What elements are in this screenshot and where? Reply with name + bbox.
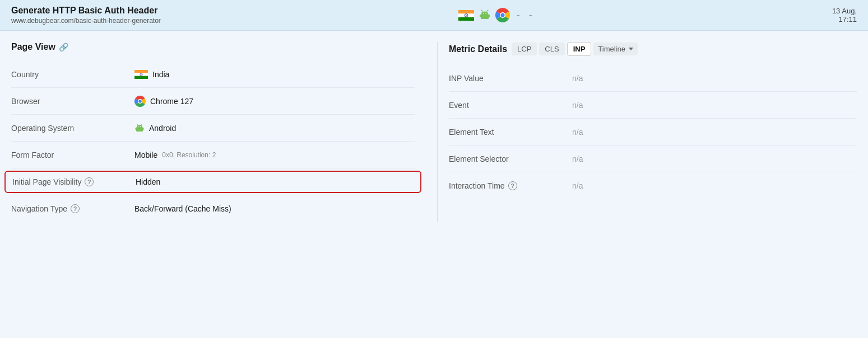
element-selector-row: Element Selector n/a: [449, 145, 857, 172]
inp-value-value: n/a: [572, 74, 857, 83]
navigation-type-help-icon[interactable]: ?: [71, 204, 80, 213]
tab-group: LCP CLS INP Timeline: [512, 42, 638, 56]
page-title: Generate HTTP Basic Auth Header: [11, 6, 161, 16]
browser-value: Chrome 127: [134, 96, 415, 107]
interaction-time-value: n/a: [572, 181, 857, 190]
svg-point-25: [138, 100, 142, 103]
initial-page-visibility-help-icon[interactable]: ?: [85, 177, 94, 186]
country-label: Country: [11, 70, 134, 79]
svg-rect-10: [481, 12, 488, 16]
right-panel: Metric Details LCP CLS INP Timeline INP …: [437, 42, 857, 222]
svg-line-33: [141, 124, 142, 125]
form-factor-row: Form Factor Mobile 0x0, Resolution: 2: [11, 142, 415, 168]
inp-value-label: INP Value: [449, 74, 572, 83]
tab-lcp[interactable]: LCP: [512, 43, 537, 55]
chrome-icon: [495, 8, 510, 22]
event-label: Event: [449, 101, 572, 110]
tab-inp[interactable]: INP: [567, 42, 592, 56]
svg-rect-7: [480, 15, 481, 17]
svg-point-4: [466, 15, 466, 15]
svg-rect-27: [136, 128, 137, 130]
event-value: n/a: [572, 101, 857, 110]
browser-label: Browser: [11, 97, 134, 106]
svg-point-17: [500, 13, 504, 17]
svg-line-13: [481, 10, 482, 11]
country-row: Country India: [11, 61, 415, 88]
page-url: www.debugbear.com/basic-auth-header-gene…: [11, 17, 161, 25]
element-text-value: n/a: [572, 128, 857, 137]
form-factor-value: Mobile 0x0, Resolution: 2: [134, 151, 415, 159]
android-icon: [479, 9, 491, 21]
svg-point-30: [138, 126, 139, 126]
inp-value-row: INP Value n/a: [449, 65, 857, 92]
svg-rect-18: [134, 70, 148, 73]
form-factor-secondary: 0x0, Resolution: 2: [162, 151, 216, 159]
navigation-type-label: Navigation Type ?: [11, 204, 134, 213]
header-icons: - -: [458, 8, 535, 22]
svg-rect-28: [143, 128, 144, 130]
svg-rect-8: [489, 15, 490, 17]
page-view-title: Page View 🔗: [11, 42, 415, 52]
separator-1: -: [517, 10, 520, 21]
element-text-row: Element Text n/a: [449, 119, 857, 145]
os-android-icon: [134, 123, 145, 133]
svg-rect-20: [134, 76, 148, 78]
initial-page-visibility-row: Initial Page Visibility ? Hidden: [4, 171, 421, 193]
initial-page-visibility-label: Initial Page Visibility ?: [12, 177, 136, 186]
interaction-time-row: Interaction Time ? n/a: [449, 172, 857, 199]
tab-cls[interactable]: CLS: [539, 43, 564, 55]
svg-point-11: [483, 13, 484, 14]
metric-header: Metric Details LCP CLS INP Timeline: [449, 42, 857, 56]
svg-line-14: [487, 10, 488, 11]
os-value: Android: [134, 123, 415, 133]
element-text-label: Element Text: [449, 128, 572, 137]
os-label: Operating System: [11, 124, 134, 133]
form-factor-label: Form Factor: [11, 151, 134, 159]
svg-rect-2: [458, 17, 474, 20]
svg-point-22: [141, 74, 142, 74]
country-flag-icon: [134, 70, 148, 79]
interaction-time-help-icon[interactable]: ?: [508, 181, 517, 190]
header-datetime: 13 Aug, 17:11: [832, 7, 857, 24]
interaction-time-label: Interaction Time ?: [449, 181, 572, 190]
svg-point-31: [140, 126, 141, 126]
element-selector-value: n/a: [572, 154, 857, 163]
element-selector-label: Element Selector: [449, 154, 572, 163]
svg-point-12: [485, 13, 486, 14]
left-panel: Page View 🔗 Country India Bro: [11, 42, 437, 222]
header-left: Generate HTTP Basic Auth Header www.debu…: [11, 6, 161, 25]
navigation-type-value: Back/Forward (Cache Miss): [134, 204, 415, 213]
header: Generate HTTP Basic Auth Header www.debu…: [0, 0, 868, 31]
metric-title: Metric Details: [449, 44, 507, 54]
os-row: Operating System Android: [11, 115, 415, 142]
navigation-type-row: Navigation Type ? Back/Forward (Cache Mi…: [11, 195, 415, 222]
country-value: India: [134, 70, 415, 79]
svg-rect-0: [458, 10, 474, 13]
separator-2: -: [529, 10, 532, 21]
main-content: Page View 🔗 Country India Bro: [0, 31, 868, 233]
svg-point-29: [137, 125, 142, 129]
link-icon: 🔗: [59, 43, 68, 51]
timeline-dropdown[interactable]: Timeline: [593, 43, 638, 55]
svg-line-32: [137, 124, 138, 125]
initial-page-visibility-value: Hidden: [136, 177, 414, 186]
chevron-down-icon: [629, 48, 633, 50]
browser-row: Browser Chrome 127: [11, 88, 415, 115]
event-row: Event n/a: [449, 92, 857, 119]
india-flag-icon: [458, 10, 474, 21]
browser-chrome-icon: [134, 96, 146, 107]
